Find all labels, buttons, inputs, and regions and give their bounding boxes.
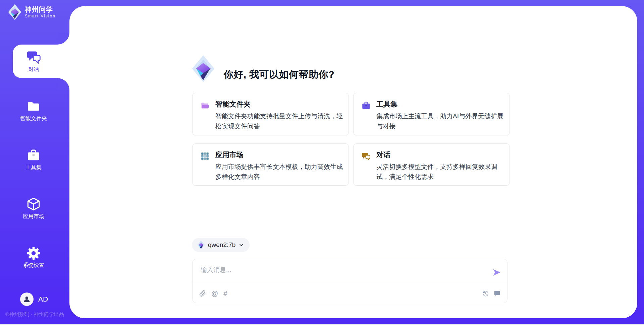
sidebar-item-smart-folder[interactable]: 智能文件夹 — [0, 100, 67, 122]
brand-diamond-icon — [8, 4, 21, 20]
chat-bubbles-icon — [26, 50, 41, 64]
chat-bubbles-icon — [362, 152, 371, 161]
card-toolset[interactable]: 工具集 集成市场上主流工具，助力AI与外界无缝扩展与对接 — [353, 93, 510, 135]
user-initials: AD — [38, 295, 48, 303]
card-description: 应用市场提供丰富长文本模板，助力高效生成多样化文章内容 — [215, 162, 343, 182]
card-app-market[interactable]: 应用市场 应用市场提供丰富长文本模板，助力高效生成多样化文章内容 — [192, 143, 349, 186]
main-panel: 你好, 我可以如何帮助你? 智能文件夹 智能文件夹功能支持批量文件上传与清洗，轻… — [69, 6, 637, 318]
model-name: qwen2:7b — [208, 241, 235, 249]
active-tab-fillet-top — [57, 32, 69, 45]
brand-text: 神州问学 Smart Vision — [25, 6, 56, 18]
card-title: 智能文件夹 — [215, 100, 251, 109]
chevron-down-icon — [238, 242, 244, 248]
card-description: 灵活切换多模型文件，支持多样回复效果调试，满足个性化需求 — [376, 162, 504, 182]
greeting-title: 你好, 我可以如何帮助你? — [224, 65, 334, 84]
sidebar-item-label: 应用市场 — [0, 213, 67, 220]
avatar — [20, 292, 34, 306]
hash-icon[interactable]: # — [223, 290, 227, 297]
sidebar-item-app-market[interactable]: 应用市场 — [0, 197, 67, 220]
card-title: 对话 — [376, 150, 390, 159]
sidebar-item-settings[interactable]: 系统设置 — [0, 247, 67, 269]
toolbox-icon — [362, 101, 371, 110]
horizontal-scrollbar[interactable] — [0, 324, 644, 325]
history-icon[interactable] — [482, 290, 489, 297]
folder-icon — [0, 100, 67, 113]
greeting-diamond-icon — [192, 55, 215, 83]
person-icon — [22, 295, 31, 304]
cube-icon — [0, 197, 67, 211]
card-title: 应用市场 — [215, 150, 244, 159]
toolbox-icon — [0, 149, 67, 162]
card-description: 智能文件夹功能支持批量文件上传与清洗，轻松实现文件问答 — [215, 111, 343, 131]
app-subtitle: Smart Vision — [25, 14, 56, 18]
quick-reply-icon[interactable] — [494, 290, 500, 297]
app-name: 神州问学 — [25, 6, 56, 13]
attachment-icon[interactable] — [199, 290, 206, 297]
sidebar-item-label: 工具集 — [0, 164, 67, 171]
sidebar-item-label: 系统设置 — [0, 262, 67, 269]
feature-cards: 智能文件夹 智能文件夹功能支持批量文件上传与清洗，轻松实现文件问答 工具集 集成… — [192, 93, 510, 186]
app-logo: 神州问学 Smart Vision — [8, 4, 56, 20]
app-root: { "app": { "name": "神州问学", "subtitle": "… — [0, 0, 644, 325]
card-description: 集成市场上主流工具，助力AI与外界无缝扩展与对接 — [376, 111, 504, 131]
card-chat[interactable]: 对话 灵活切换多模型文件，支持多样回复效果调试，满足个性化需求 — [353, 143, 510, 186]
active-tab-fillet-bottom — [57, 78, 69, 90]
model-logo-icon — [197, 240, 205, 250]
send-icon[interactable] — [492, 268, 501, 277]
sidebar-item-toolset[interactable]: 工具集 — [0, 149, 67, 171]
card-title: 工具集 — [376, 100, 397, 109]
card-smart-folder[interactable]: 智能文件夹 智能文件夹功能支持批量文件上传与清洗，轻松实现文件问答 — [192, 93, 349, 135]
gear-icon — [0, 247, 67, 260]
folder-open-icon — [201, 101, 210, 110]
user-profile[interactable]: AD — [20, 292, 48, 306]
grid-icon — [201, 152, 209, 160]
sidebar-item-chat[interactable]: 对话 — [13, 45, 69, 78]
composer-toolbar: @ # — [193, 284, 507, 303]
mention-icon[interactable]: @ — [211, 290, 218, 297]
message-composer: @ # — [192, 259, 507, 303]
copyright-footer: ©神州数码 · 神州问学出品 — [5, 311, 64, 318]
sidebar-item-label: 智能文件夹 — [0, 115, 67, 122]
message-input[interactable] — [193, 259, 481, 282]
model-selector[interactable]: qwen2:7b — [192, 238, 250, 252]
sidebar-item-label: 对话 — [29, 66, 39, 73]
